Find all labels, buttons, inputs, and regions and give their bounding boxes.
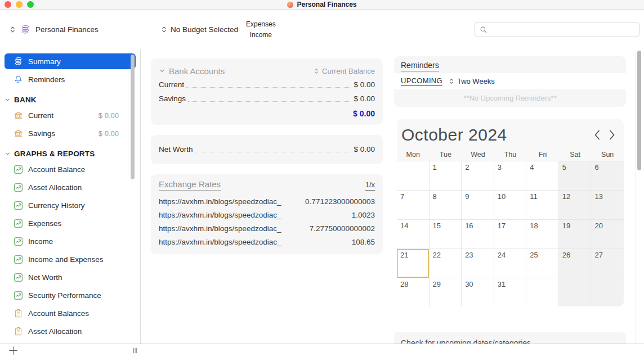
exchange-rate-value: 7.27750000000002 xyxy=(310,224,375,233)
calendar-day-cell[interactable]: 31 xyxy=(494,278,527,306)
calendar-day-number: 18 xyxy=(530,222,538,230)
calendar-day-cell[interactable]: 24 xyxy=(494,249,527,278)
calendar-day-cell[interactable]: 29 xyxy=(430,278,462,306)
calendar-day-number: 25 xyxy=(530,251,538,259)
chart-icon xyxy=(14,165,23,174)
sidebar-scrollbar[interactable] xyxy=(131,55,135,179)
chart-icon xyxy=(14,273,23,282)
calendar-day-cell[interactable]: 23 xyxy=(462,249,494,278)
exchange-rate-url[interactable]: https://avxhm.in/blogs/speedzodiac_ xyxy=(159,238,281,246)
calendar-day-cell[interactable]: 7 xyxy=(397,191,430,220)
sidebar-item-summary[interactable]: Summary xyxy=(5,53,136,69)
calendar-day-cell[interactable]: 8 xyxy=(430,191,462,220)
calendar-next-button[interactable] xyxy=(609,129,616,141)
report-icon xyxy=(14,327,23,336)
search-input[interactable] xyxy=(491,25,634,34)
calendar-day-cell[interactable]: 30 xyxy=(462,278,494,306)
account-row-current[interactable]: Current $ 0.00 xyxy=(159,78,375,92)
calendar-prev-button[interactable] xyxy=(593,129,601,141)
balance-type-selector[interactable]: Current Balance xyxy=(314,67,375,75)
calendar-day-cell[interactable]: 26 xyxy=(559,249,592,278)
calendar-day-cell[interactable]: 27 xyxy=(591,249,624,278)
calendar-day-number: 21 xyxy=(400,251,408,259)
sidebar-item-label: Summary xyxy=(28,57,61,66)
exchange-rate-row: https://avxhm.in/blogs/speedzodiac_0.771… xyxy=(159,195,375,208)
sidebar-item-account-balance[interactable]: Account Balance xyxy=(5,161,136,177)
reminders-range-selector[interactable]: Two Weeks xyxy=(449,77,495,85)
calendar-day-cell[interactable]: 15 xyxy=(430,220,462,249)
exchange-rate-url[interactable]: https://avxhm.in/blogs/speedzodiac_ xyxy=(159,224,281,233)
sidebar-item-income[interactable]: Income xyxy=(5,233,136,249)
search-icon xyxy=(480,26,488,34)
budget-selector[interactable]: No Budget Selected xyxy=(162,10,238,49)
sidebar-section-title: GRAPHS & REPORTS xyxy=(14,150,95,158)
right-panel: Reminders UPCOMING Two Weeks **No Upcomi… xyxy=(391,49,636,344)
main-scrollbar-thumb[interactable] xyxy=(637,51,641,170)
calendar-day-cell[interactable]: 6 xyxy=(591,161,624,191)
calendar-day-cell[interactable]: 3 xyxy=(494,161,527,191)
sidebar-section-graphs-reports[interactable]: GRAPHS & REPORTS xyxy=(5,147,136,160)
calendar-day-cell[interactable]: 18 xyxy=(526,220,559,249)
calendar-day-cell[interactable]: 14 xyxy=(397,220,430,249)
calendar-weekday-label: Sat xyxy=(559,151,592,159)
exchange-rate-value: 1.0023 xyxy=(352,211,375,219)
bell-icon xyxy=(14,75,23,84)
sidebar-section-bank[interactable]: BANK xyxy=(5,93,136,106)
expenses-income-nav: Expenses Income xyxy=(244,10,278,49)
sidebar-item-expenses[interactable]: Expenses xyxy=(5,215,136,231)
zoom-window-button[interactable] xyxy=(27,1,34,8)
sidebar-item-security-performance[interactable]: Security Performance xyxy=(5,287,136,303)
calendar-day-cell[interactable]: 20 xyxy=(591,220,624,249)
source-selector[interactable]: Personal Finances xyxy=(10,10,99,49)
calendar-day-number: 30 xyxy=(465,280,473,288)
calendar-day-cell[interactable]: 5 xyxy=(559,161,592,191)
calendar-day-cell[interactable]: 25 xyxy=(526,249,559,278)
source-chevrons-icon xyxy=(10,25,15,34)
account-value: $ 0.00 xyxy=(354,94,375,103)
exchange-rate-url[interactable]: https://avxhm.in/blogs/speedzodiac_ xyxy=(159,197,281,206)
exchange-rate-url[interactable]: https://avxhm.in/blogs/speedzodiac_ xyxy=(159,211,281,219)
add-account-button[interactable] xyxy=(8,346,18,355)
calendar-day-number: 7 xyxy=(400,192,404,201)
sidebar-item-income-and-expenses[interactable]: Income and Expenses xyxy=(5,251,136,267)
calendar-day-cell[interactable]: 19 xyxy=(559,220,592,249)
sidebar-item-label: Current xyxy=(28,111,53,120)
close-window-button[interactable] xyxy=(5,1,11,8)
expenses-button[interactable]: Expenses xyxy=(244,19,278,30)
sidebar-item-net-worth[interactable]: Net Worth xyxy=(5,269,136,285)
sidebar-item-current[interactable]: Current$ 0.00 xyxy=(5,107,136,123)
calendar-day-cell[interactable]: 2 xyxy=(462,161,494,191)
minimize-window-button[interactable] xyxy=(16,1,23,8)
sidebar-resize-handle[interactable] xyxy=(132,347,138,354)
bank-accounts-collapse[interactable]: Bank Accounts xyxy=(159,66,225,76)
calendar-day-cell[interactable]: 17 xyxy=(494,220,527,249)
calendar-day-cell[interactable]: 11 xyxy=(526,191,559,220)
sort-chevrons-icon xyxy=(162,25,167,34)
sidebar-item-account-balances[interactable]: Account Balances xyxy=(5,305,136,321)
account-row-savings[interactable]: Savings $ 0.00 xyxy=(159,92,375,106)
window-body: SummaryRemindersBANKCurrent$ 0.00Savings… xyxy=(0,49,644,344)
income-button[interactable]: Income xyxy=(244,30,278,40)
calendar-day-cell[interactable]: 12 xyxy=(559,191,592,220)
sidebar-item-asset-allocation[interactable]: Asset Allocation xyxy=(5,323,136,339)
calendar-day-number: 11 xyxy=(530,192,538,201)
search-field[interactable] xyxy=(475,22,639,37)
calendar-day-cell[interactable]: 10 xyxy=(494,191,527,220)
sidebar-item-label: Income and Expenses xyxy=(28,255,104,264)
calendar-day-cell[interactable]: 21 xyxy=(397,249,430,278)
sidebar-item-asset-allocation[interactable]: Asset Allocation xyxy=(5,179,136,195)
sidebar-item-reminders[interactable]: Reminders xyxy=(5,71,136,87)
calendar-day-cell[interactable]: 4 xyxy=(526,161,559,191)
sidebar-item-currency-history[interactable]: Currency History xyxy=(5,197,136,213)
calendar-day-cell[interactable]: 9 xyxy=(462,191,494,220)
main-scrollbar-track[interactable] xyxy=(636,49,643,344)
calendar-day-cell[interactable]: 16 xyxy=(462,220,494,249)
calendar-day-cell[interactable]: 28 xyxy=(397,278,430,306)
exchange-rates-unit-label[interactable]: 1/x xyxy=(365,180,375,191)
calendar-day-cell[interactable]: 1 xyxy=(430,161,462,191)
calendar-day-cell[interactable]: 13 xyxy=(591,191,624,220)
coins-icon xyxy=(20,25,30,35)
sidebar-item-savings[interactable]: Savings$ 0.00 xyxy=(5,125,136,141)
calendar-day-cell[interactable]: 22 xyxy=(430,249,462,278)
reminders-upcoming-tab[interactable]: UPCOMING xyxy=(401,76,442,86)
